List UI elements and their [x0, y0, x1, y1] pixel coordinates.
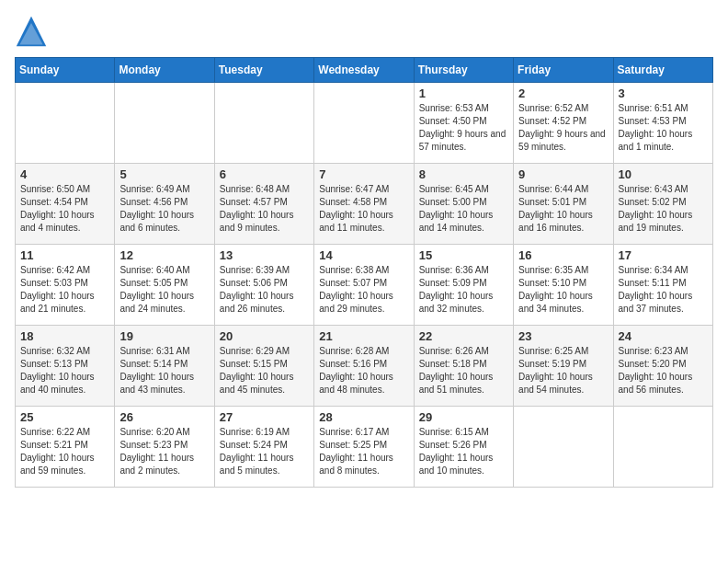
day-info: Sunrise: 6:52 AM Sunset: 4:52 PM Dayligh… [518, 102, 608, 154]
calendar-header-thursday: Thursday [414, 58, 513, 83]
calendar-cell: 10Sunrise: 6:43 AM Sunset: 5:02 PM Dayli… [613, 164, 712, 245]
calendar-cell: 22Sunrise: 6:26 AM Sunset: 5:18 PM Dayli… [414, 326, 513, 407]
day-number: 10 [619, 167, 708, 181]
calendar-week-row: 4Sunrise: 6:50 AM Sunset: 4:54 PM Daylig… [16, 164, 713, 245]
day-number: 19 [119, 329, 209, 343]
day-info: Sunrise: 6:49 AM Sunset: 4:56 PM Dayligh… [119, 183, 209, 235]
calendar-cell: 21Sunrise: 6:28 AM Sunset: 5:16 PM Dayli… [314, 326, 414, 407]
day-info: Sunrise: 6:38 AM Sunset: 5:07 PM Dayligh… [319, 264, 408, 316]
calendar-header-tuesday: Tuesday [214, 58, 313, 83]
calendar-cell: 18Sunrise: 6:32 AM Sunset: 5:13 PM Dayli… [16, 326, 115, 407]
calendar-cell: 9Sunrise: 6:44 AM Sunset: 5:01 PM Daylig… [514, 164, 613, 245]
calendar-cell: 14Sunrise: 6:38 AM Sunset: 5:07 PM Dayli… [314, 245, 414, 326]
day-info: Sunrise: 6:39 AM Sunset: 5:06 PM Dayligh… [220, 264, 309, 316]
day-info: Sunrise: 6:19 AM Sunset: 5:24 PM Dayligh… [220, 426, 309, 477]
calendar-header-sunday: Sunday [16, 58, 115, 83]
calendar-cell: 11Sunrise: 6:42 AM Sunset: 5:03 PM Dayli… [16, 245, 115, 326]
calendar-header-friday: Friday [514, 58, 613, 83]
calendar-cell: 16Sunrise: 6:35 AM Sunset: 5:10 PM Dayli… [514, 245, 613, 326]
day-number: 28 [319, 410, 408, 424]
calendar-cell: 5Sunrise: 6:49 AM Sunset: 4:56 PM Daylig… [115, 164, 214, 245]
day-number: 4 [20, 167, 109, 181]
calendar-cell: 25Sunrise: 6:22 AM Sunset: 5:21 PM Dayli… [16, 407, 115, 488]
day-number: 25 [20, 410, 109, 424]
day-info: Sunrise: 6:17 AM Sunset: 5:25 PM Dayligh… [319, 426, 408, 477]
calendar-cell: 6Sunrise: 6:48 AM Sunset: 4:57 PM Daylig… [214, 164, 313, 245]
day-number: 13 [220, 248, 309, 262]
day-number: 16 [518, 248, 608, 262]
calendar-cell: 12Sunrise: 6:40 AM Sunset: 5:05 PM Dayli… [115, 245, 214, 326]
day-info: Sunrise: 6:48 AM Sunset: 4:57 PM Dayligh… [220, 183, 309, 235]
calendar-cell [115, 83, 214, 164]
calendar-header-wednesday: Wednesday [314, 58, 414, 83]
day-number: 14 [319, 248, 408, 262]
day-info: Sunrise: 6:25 AM Sunset: 5:19 PM Dayligh… [518, 345, 608, 396]
day-number: 6 [220, 167, 309, 181]
day-info: Sunrise: 6:45 AM Sunset: 5:00 PM Dayligh… [419, 183, 508, 235]
calendar-cell [16, 83, 115, 164]
page-header [15, 15, 713, 48]
day-info: Sunrise: 6:36 AM Sunset: 5:09 PM Dayligh… [419, 264, 508, 316]
calendar-cell: 8Sunrise: 6:45 AM Sunset: 5:00 PM Daylig… [414, 164, 513, 245]
day-number: 2 [518, 86, 608, 100]
day-number: 23 [518, 329, 608, 343]
calendar-week-row: 1Sunrise: 6:53 AM Sunset: 4:50 PM Daylig… [16, 83, 713, 164]
calendar-header-monday: Monday [115, 58, 214, 83]
day-number: 22 [419, 329, 508, 343]
day-info: Sunrise: 6:51 AM Sunset: 4:53 PM Dayligh… [619, 102, 708, 154]
calendar-table: SundayMondayTuesdayWednesdayThursdayFrid… [15, 57, 713, 488]
day-number: 9 [518, 167, 608, 181]
calendar-week-row: 18Sunrise: 6:32 AM Sunset: 5:13 PM Dayli… [16, 326, 713, 407]
day-info: Sunrise: 6:23 AM Sunset: 5:20 PM Dayligh… [619, 345, 708, 396]
day-info: Sunrise: 6:29 AM Sunset: 5:15 PM Dayligh… [220, 345, 309, 396]
calendar-cell: 19Sunrise: 6:31 AM Sunset: 5:14 PM Dayli… [115, 326, 214, 407]
day-info: Sunrise: 6:20 AM Sunset: 5:23 PM Dayligh… [119, 426, 209, 477]
day-number: 21 [319, 329, 408, 343]
calendar-week-row: 25Sunrise: 6:22 AM Sunset: 5:21 PM Dayli… [16, 407, 713, 488]
calendar-cell [214, 83, 313, 164]
calendar-cell: 15Sunrise: 6:36 AM Sunset: 5:09 PM Dayli… [414, 245, 513, 326]
day-info: Sunrise: 6:35 AM Sunset: 5:10 PM Dayligh… [518, 264, 608, 316]
day-number: 18 [20, 329, 109, 343]
day-info: Sunrise: 6:44 AM Sunset: 5:01 PM Dayligh… [518, 183, 608, 235]
day-info: Sunrise: 6:15 AM Sunset: 5:26 PM Dayligh… [419, 426, 508, 477]
day-number: 1 [419, 86, 508, 100]
day-number: 29 [419, 410, 508, 424]
calendar-cell [613, 407, 712, 488]
calendar-cell: 17Sunrise: 6:34 AM Sunset: 5:11 PM Dayli… [613, 245, 712, 326]
logo [15, 15, 51, 48]
calendar-cell: 27Sunrise: 6:19 AM Sunset: 5:24 PM Dayli… [214, 407, 313, 488]
calendar-cell: 23Sunrise: 6:25 AM Sunset: 5:19 PM Dayli… [514, 326, 613, 407]
calendar-cell: 28Sunrise: 6:17 AM Sunset: 5:25 PM Dayli… [314, 407, 414, 488]
day-number: 24 [619, 329, 708, 343]
day-number: 5 [119, 167, 209, 181]
day-info: Sunrise: 6:31 AM Sunset: 5:14 PM Dayligh… [119, 345, 209, 396]
day-number: 8 [419, 167, 508, 181]
day-info: Sunrise: 6:40 AM Sunset: 5:05 PM Dayligh… [119, 264, 209, 316]
calendar-cell [314, 83, 414, 164]
calendar-cell: 7Sunrise: 6:47 AM Sunset: 4:58 PM Daylig… [314, 164, 414, 245]
day-number: 27 [220, 410, 309, 424]
calendar-week-row: 11Sunrise: 6:42 AM Sunset: 5:03 PM Dayli… [16, 245, 713, 326]
calendar-header-saturday: Saturday [613, 58, 712, 83]
day-number: 3 [619, 86, 708, 100]
calendar-cell: 3Sunrise: 6:51 AM Sunset: 4:53 PM Daylig… [613, 83, 712, 164]
day-info: Sunrise: 6:53 AM Sunset: 4:50 PM Dayligh… [419, 102, 508, 154]
day-number: 20 [220, 329, 309, 343]
calendar-cell [514, 407, 613, 488]
day-number: 26 [119, 410, 209, 424]
day-number: 12 [119, 248, 209, 262]
logo-icon [15, 15, 48, 48]
calendar-cell: 20Sunrise: 6:29 AM Sunset: 5:15 PM Dayli… [214, 326, 313, 407]
day-number: 11 [20, 248, 109, 262]
day-info: Sunrise: 6:42 AM Sunset: 5:03 PM Dayligh… [20, 264, 109, 316]
day-number: 15 [419, 248, 508, 262]
day-info: Sunrise: 6:34 AM Sunset: 5:11 PM Dayligh… [619, 264, 708, 316]
calendar-cell: 29Sunrise: 6:15 AM Sunset: 5:26 PM Dayli… [414, 407, 513, 488]
day-info: Sunrise: 6:47 AM Sunset: 4:58 PM Dayligh… [319, 183, 408, 235]
calendar-cell: 4Sunrise: 6:50 AM Sunset: 4:54 PM Daylig… [16, 164, 115, 245]
calendar-cell: 13Sunrise: 6:39 AM Sunset: 5:06 PM Dayli… [214, 245, 313, 326]
day-number: 17 [619, 248, 708, 262]
calendar-cell: 1Sunrise: 6:53 AM Sunset: 4:50 PM Daylig… [414, 83, 513, 164]
day-info: Sunrise: 6:28 AM Sunset: 5:16 PM Dayligh… [319, 345, 408, 396]
